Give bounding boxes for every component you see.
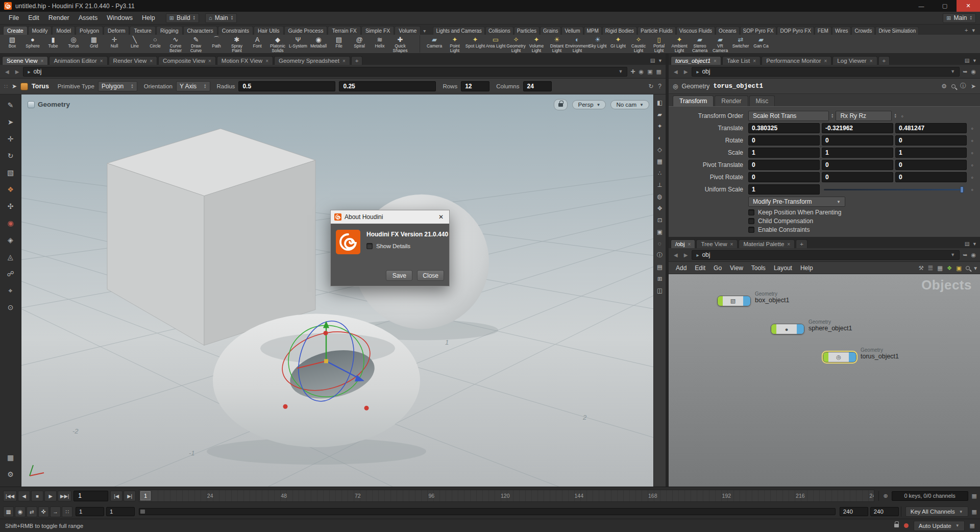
param-path-input[interactable]: ▸ obj ▼ bbox=[692, 67, 960, 77]
shelf-tab-texture[interactable]: Texture bbox=[130, 26, 155, 35]
forward-icon[interactable]: ▶ bbox=[682, 68, 690, 76]
pane-tab-render-view[interactable]: Render View× bbox=[109, 56, 157, 65]
close-icon[interactable]: × bbox=[208, 58, 211, 64]
translate-field-0[interactable]: 0.380325 bbox=[748, 123, 820, 133]
shelf-tool-grid[interactable]: ▦Grid bbox=[84, 35, 104, 53]
grid-icon[interactable]: ▦ bbox=[937, 264, 943, 272]
menu-windows[interactable]: Windows bbox=[102, 13, 137, 23]
shelf-tool-switcher[interactable]: ⇄Switcher bbox=[730, 35, 751, 53]
range-slider-handle[interactable] bbox=[140, 510, 145, 514]
paint-tool-icon[interactable]: ✣ bbox=[3, 199, 18, 214]
close-icon[interactable]: × bbox=[100, 58, 103, 64]
pivot-translate-field-1[interactable]: 0 bbox=[822, 160, 893, 170]
grid-toggle-icon[interactable]: ▤ bbox=[654, 261, 666, 273]
orbit-tool-icon[interactable]: ⊙ bbox=[3, 300, 18, 315]
playbar-grid-icon[interactable]: ▦ bbox=[972, 509, 977, 515]
shelf-tab-grains[interactable]: Grains bbox=[540, 27, 561, 35]
shelf-tool-area-light[interactable]: ▭Area Light bbox=[485, 35, 506, 53]
node-flag-right[interactable] bbox=[849, 352, 856, 362]
shelf-tool-distant-light[interactable]: ☀Distant Light bbox=[547, 35, 567, 53]
menu-edit[interactable]: Edit bbox=[23, 13, 44, 23]
net-menu-layout[interactable]: Layout bbox=[770, 263, 796, 273]
shelf-tool-camera[interactable]: ▰Camera bbox=[424, 35, 445, 53]
shelf-tab-sop-pyro-fx[interactable]: SOP Pyro FX bbox=[740, 27, 777, 35]
columns-field[interactable]: 24 bbox=[523, 81, 552, 91]
playback-end-field[interactable]: 240 bbox=[840, 507, 868, 516]
realtime-toggle-icon[interactable]: ✜ bbox=[38, 506, 49, 517]
select-visible-icon[interactable]: ⊡ bbox=[654, 214, 666, 226]
channel-icon[interactable]: ∘ bbox=[969, 162, 976, 168]
target-icon[interactable]: ◉ bbox=[971, 68, 976, 75]
main-right-selector[interactable]: ⊞ Main ▲▼ bbox=[943, 13, 976, 23]
gear-icon[interactable]: ⚙ bbox=[941, 83, 947, 90]
uniform-scale-field[interactable]: 1 bbox=[748, 184, 820, 195]
shelf-tool-vr-camera[interactable]: ▰VR Camera bbox=[710, 35, 730, 53]
transform-order-dropdown[interactable]: Scale Rot Trans bbox=[748, 111, 829, 121]
step-forward-button[interactable]: ▶| bbox=[124, 491, 136, 501]
channel-icon[interactable]: ∘ bbox=[969, 126, 976, 131]
scale-field-0[interactable]: 1 bbox=[748, 148, 820, 158]
node-badge[interactable]: ▧ bbox=[717, 296, 751, 306]
node-badge[interactable]: ● bbox=[771, 324, 804, 334]
pane-tab-geometry-spreadsheet[interactable]: Geometry Spreadsheet× bbox=[274, 56, 350, 65]
rewind-button[interactable]: |◀◀ bbox=[3, 491, 17, 501]
add-tab-button[interactable]: + bbox=[878, 56, 890, 65]
net-menu-add[interactable]: Add bbox=[672, 263, 691, 273]
current-frame-field[interactable]: 1 bbox=[74, 491, 108, 501]
channel-icon[interactable]: ∘ bbox=[969, 187, 976, 192]
shelf-tab-oceans[interactable]: Oceans bbox=[716, 27, 739, 35]
pane-tab-material-palette[interactable]: Material Palette× bbox=[739, 239, 795, 248]
pin-icon[interactable]: ➥ bbox=[963, 252, 967, 258]
camera-lock-icon[interactable] bbox=[554, 99, 568, 110]
channel-icon[interactable]: ∘ bbox=[969, 150, 976, 156]
back-icon[interactable]: ◀ bbox=[3, 68, 11, 76]
slider-handle[interactable] bbox=[960, 186, 964, 193]
close-icon[interactable]: × bbox=[150, 58, 153, 64]
shelf-overflow-icon[interactable]: ▾ bbox=[421, 28, 430, 35]
lighting-mode-icon[interactable]: ✦ bbox=[654, 120, 666, 132]
forward-icon[interactable]: ▶ bbox=[682, 251, 690, 259]
shelf-tool-draw-curve[interactable]: ✎Draw Curve bbox=[186, 35, 206, 53]
translate-field-2[interactable]: 0.481247 bbox=[895, 123, 967, 133]
scale-tool-icon[interactable]: ▧ bbox=[3, 165, 18, 180]
stop-button[interactable]: ■ bbox=[31, 491, 43, 501]
close-icon[interactable]: × bbox=[41, 58, 44, 64]
node-flag-left[interactable] bbox=[823, 352, 828, 362]
normals-display-icon[interactable]: ⊥ bbox=[654, 179, 666, 190]
shelf-tool-helix[interactable]: ≋Helix bbox=[370, 35, 390, 53]
shelf-tool-l-system[interactable]: ΨL-System bbox=[288, 35, 308, 53]
shade-mode-icon[interactable]: ◐ bbox=[654, 132, 666, 143]
pane-tab-motion-fx-view[interactable]: Motion FX View× bbox=[217, 56, 273, 65]
pin-icon[interactable]: ✚ bbox=[630, 68, 635, 75]
node-box-object1[interactable]: ▧Geometrybox_object1 bbox=[717, 296, 751, 306]
shelf-tool-ambient-light[interactable]: ✦Ambient Light bbox=[669, 35, 690, 53]
shelf-tab-particles[interactable]: Particles bbox=[514, 27, 540, 35]
close-icon[interactable]: × bbox=[824, 58, 827, 64]
shelf-tool-null[interactable]: ✛Null bbox=[104, 35, 125, 53]
orientation-dropdown[interactable]: Y Axis ▲▼ bbox=[176, 81, 210, 91]
checkbox-box[interactable] bbox=[748, 227, 754, 233]
shelf-tool-stereo-camera[interactable]: ▰Stereo Camera bbox=[690, 35, 710, 53]
pane-tab-scene-view[interactable]: Scene View× bbox=[2, 56, 48, 65]
key-all-channels-button[interactable]: Key All Channels ▼ bbox=[905, 506, 968, 517]
shelf-tool-gan-ca[interactable]: ▰Gan Ca bbox=[751, 35, 771, 53]
color-palette-icon[interactable]: ❖ bbox=[947, 264, 952, 272]
shelf-tool-spot-light[interactable]: ✦Spot Light bbox=[465, 35, 485, 53]
checkbox-box[interactable] bbox=[366, 243, 373, 249]
shelf-tool-sky-light[interactable]: ☀Sky Light bbox=[587, 35, 608, 53]
add-tab-button[interactable]: + bbox=[351, 56, 363, 65]
close-icon[interactable]: × bbox=[787, 241, 790, 247]
translate-field-1[interactable]: -0.321962 bbox=[822, 123, 893, 133]
back-icon[interactable]: ◀ bbox=[672, 68, 680, 76]
snap-tool-icon[interactable]: ◬ bbox=[3, 249, 18, 264]
node-flag-right[interactable] bbox=[797, 324, 804, 334]
auto-update-selector[interactable]: Auto Update ▼ bbox=[914, 521, 965, 531]
chevron-down-icon[interactable]: ▼ bbox=[950, 252, 955, 257]
shelf-tool-circle[interactable]: ○Circle bbox=[145, 35, 165, 53]
shelf-tab-dop-pyro-fx[interactable]: DOP Pyro FX bbox=[777, 27, 814, 35]
snapshot-icon[interactable]: ▣ bbox=[956, 264, 962, 272]
checkbox-box[interactable] bbox=[748, 218, 754, 224]
snap-grid-icon[interactable]: ▦ bbox=[654, 155, 666, 167]
chevron-down-icon[interactable]: ▼ bbox=[618, 69, 623, 74]
drag-grip-icon[interactable]: ∷ bbox=[4, 83, 8, 90]
